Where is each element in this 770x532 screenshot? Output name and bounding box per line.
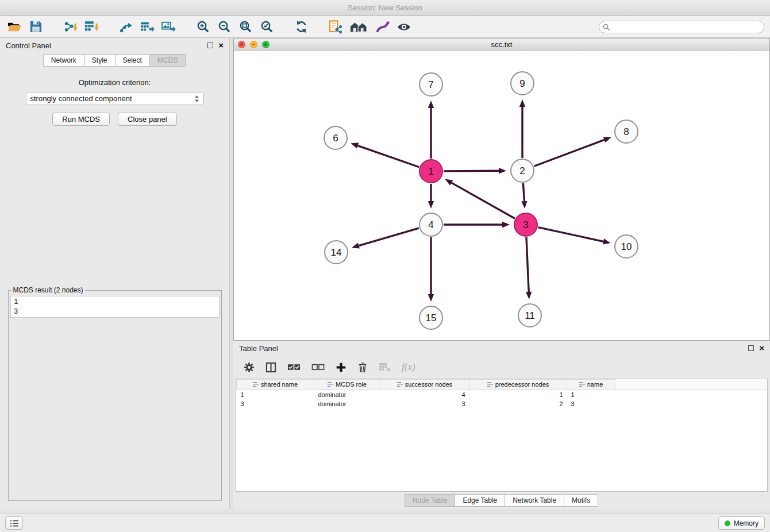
control-panel-tab-style[interactable]: Style <box>84 54 116 67</box>
table-cell[interactable]: 4 <box>380 390 469 399</box>
table-tab-motifs[interactable]: Motifs <box>564 494 598 507</box>
column-header-name[interactable]: name <box>567 380 615 390</box>
graph-edge-1-2[interactable] <box>444 168 506 174</box>
zoom-window-button[interactable]: + <box>262 41 270 48</box>
control-panel-tab-mcds[interactable]: MCDS <box>149 54 186 67</box>
svg-text:11: 11 <box>525 310 535 321</box>
table-cell[interactable]: dominator <box>314 399 380 408</box>
apply-style-button[interactable] <box>374 18 391 36</box>
function-builder-button[interactable]: f(x) <box>402 361 415 373</box>
column-header-successor-nodes[interactable]: successor nodes <box>380 380 469 390</box>
export-image-button[interactable] <box>160 18 177 36</box>
table-tab-network-table[interactable]: Network Table <box>505 494 564 507</box>
graph-node-15[interactable]: 15 <box>419 306 442 329</box>
import-table-icon <box>84 20 99 33</box>
float-table-panel-icon[interactable] <box>748 345 754 351</box>
graph-node-10[interactable]: 10 <box>615 235 638 258</box>
export-network-button[interactable] <box>117 18 134 36</box>
graph-node-1[interactable]: 1 <box>419 160 442 183</box>
unselect-all-button[interactable] <box>311 363 325 371</box>
graph-edge-2-9[interactable] <box>519 99 525 158</box>
main-toolbar <box>0 16 770 38</box>
table-cell[interactable]: dominator <box>314 390 380 399</box>
graph-node-8[interactable]: 8 <box>615 120 638 143</box>
float-panel-icon[interactable] <box>207 43 213 48</box>
table-cell[interactable]: 3 <box>237 399 314 408</box>
control-panel-tab-select[interactable]: Select <box>115 54 150 67</box>
first-neighbors-button[interactable] <box>348 18 370 36</box>
delete-table-button[interactable] <box>379 363 391 372</box>
graph-edge-2-3[interactable] <box>521 183 527 209</box>
close-panel-button[interactable]: Close panel <box>118 113 177 126</box>
zoom-fit-button[interactable] <box>237 18 254 36</box>
column-label: predecessor nodes <box>495 381 549 388</box>
graph-edge-3-10[interactable] <box>538 228 610 245</box>
graph-edge-3-1[interactable] <box>445 179 514 218</box>
graph-edge-4-3[interactable] <box>444 222 510 228</box>
close-panel-icon[interactable]: × <box>218 43 224 48</box>
table-cell[interactable]: 1 <box>469 390 567 399</box>
import-network-button[interactable] <box>61 18 79 36</box>
table-cell[interactable]: 3 <box>380 399 469 408</box>
network-graph[interactable]: 7968124314101511 <box>234 51 769 340</box>
column-header-predecessor-nodes[interactable]: predecessor nodes <box>469 380 567 390</box>
minimize-window-button[interactable]: − <box>250 41 257 48</box>
window-titlebar[interactable]: Session: New Session <box>0 0 770 16</box>
search-icon <box>603 24 610 31</box>
graph-node-14[interactable]: 14 <box>325 241 348 264</box>
graph-edge-1-6[interactable] <box>351 143 419 167</box>
graph-edge-2-8[interactable] <box>534 137 611 167</box>
optimization-criterion-select[interactable]: strongly connected component <box>26 92 204 105</box>
table-cell[interactable]: 3 <box>567 399 615 408</box>
graph-edge-4-15[interactable] <box>428 237 434 302</box>
graph-node-9[interactable]: 9 <box>511 72 534 95</box>
graph-edge-3-11[interactable] <box>526 237 532 299</box>
import-table-button[interactable] <box>83 18 100 36</box>
graph-node-11[interactable]: 11 <box>518 304 541 327</box>
table-cell[interactable]: 2 <box>469 399 567 408</box>
show-hide-button[interactable] <box>395 18 413 36</box>
svg-text:9: 9 <box>519 78 525 89</box>
zoom-in-button[interactable] <box>194 18 211 36</box>
graph-node-4[interactable]: 4 <box>419 213 442 236</box>
zoom-selected-button[interactable] <box>258 18 275 36</box>
table-cell[interactable]: 1 <box>567 390 615 399</box>
panel-menu-button[interactable] <box>5 516 23 530</box>
network-canvas[interactable]: 7968124314101511 <box>234 51 769 340</box>
graph-edge-1-4[interactable] <box>428 184 434 209</box>
graph-node-2[interactable]: 2 <box>511 159 534 182</box>
save-session-button[interactable] <box>27 18 44 36</box>
graph-node-7[interactable]: 7 <box>419 73 442 96</box>
column-header-mcds-role[interactable]: MCDS role <box>314 380 380 390</box>
table-cell[interactable]: 1 <box>237 390 314 399</box>
apply-layout-button[interactable] <box>292 18 310 36</box>
close-window-button[interactable]: × <box>238 41 245 48</box>
select-all-button[interactable] <box>287 363 301 371</box>
search-input[interactable] <box>599 21 764 33</box>
table-tab-edge-table[interactable]: Edge Table <box>455 494 505 507</box>
table-row[interactable]: 1dominator411 <box>237 390 768 399</box>
export-table-button[interactable] <box>138 18 156 36</box>
zoom-selected-icon <box>260 20 274 33</box>
mcds-result-list[interactable]: 13 <box>10 296 220 318</box>
svg-text:10: 10 <box>621 241 632 252</box>
add-column-button[interactable] <box>336 362 346 373</box>
graph-node-3[interactable]: 3 <box>514 213 537 236</box>
table-row[interactable]: 3dominator323 <box>237 399 768 408</box>
graph-edge-1-7[interactable] <box>428 101 434 159</box>
control-panel-tab-network[interactable]: Network <box>43 54 84 67</box>
open-session-button[interactable] <box>6 18 23 36</box>
show-columns-button[interactable] <box>265 362 276 373</box>
close-table-panel-icon[interactable]: × <box>759 345 764 351</box>
column-header-shared-name[interactable]: shared name <box>237 380 314 390</box>
document-network-button[interactable] <box>327 18 344 36</box>
run-mcds-button[interactable]: Run MCDS <box>52 113 110 126</box>
network-window-titlebar[interactable]: ×−+ scc.txt <box>234 38 769 51</box>
graph-node-6[interactable]: 6 <box>324 126 347 149</box>
table-settings-button[interactable] <box>244 362 255 373</box>
zoom-out-button[interactable] <box>215 18 233 36</box>
memory-button[interactable]: Memory <box>718 516 765 530</box>
graph-edge-4-14[interactable] <box>352 228 419 248</box>
delete-column-button[interactable] <box>357 362 368 373</box>
table-tab-node-table[interactable]: Node Table <box>405 494 456 507</box>
